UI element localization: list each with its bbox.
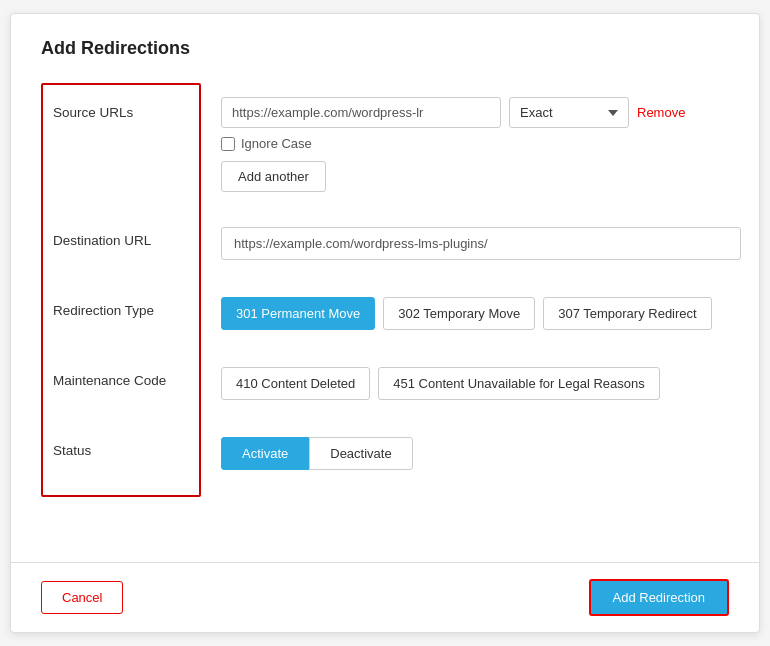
add-redirections-modal: Add Redirections Source URLs Destination… — [10, 13, 760, 633]
maintenance-code-field: 410 Content Deleted 451 Content Unavaila… — [221, 353, 741, 423]
modal-body: Add Redirections Source URLs Destination… — [11, 14, 759, 562]
redirection-type-label: Redirection Type — [43, 285, 199, 355]
redir-type-301[interactable]: 301 Permanent Move — [221, 297, 375, 330]
redir-type-307[interactable]: 307 Temporary Redirect — [543, 297, 712, 330]
ignore-case-checkbox[interactable] — [221, 137, 235, 151]
status-label: Status — [43, 425, 199, 495]
source-urls-field: Exact Regex Contains Remove Ignore Case … — [221, 83, 741, 213]
page-title: Add Redirections — [41, 38, 729, 59]
status-field: Activate Deactivate — [221, 423, 741, 493]
status-deactivate-button[interactable]: Deactivate — [309, 437, 412, 470]
destination-url-input[interactable] — [221, 227, 741, 260]
redir-type-302[interactable]: 302 Temporary Move — [383, 297, 535, 330]
maintenance-code-label: Maintenance Code — [43, 355, 199, 425]
add-another-button[interactable]: Add another — [221, 161, 326, 192]
form-fields-column: Exact Regex Contains Remove Ignore Case … — [201, 83, 741, 497]
ignore-case-label: Ignore Case — [241, 136, 312, 151]
modal-footer: Cancel Add Redirection — [11, 562, 759, 632]
redirection-type-field: 301 Permanent Move 302 Temporary Move 30… — [221, 283, 741, 353]
status-activate-button[interactable]: Activate — [221, 437, 309, 470]
ignore-case-row: Ignore Case — [221, 136, 312, 151]
remove-link[interactable]: Remove — [637, 105, 685, 120]
source-urls-label: Source URLs — [43, 85, 199, 215]
form-section: Source URLs Destination URL Redirection … — [41, 83, 729, 497]
destination-url-field — [221, 213, 741, 283]
add-redirection-button[interactable]: Add Redirection — [589, 579, 730, 616]
match-type-select[interactable]: Exact Regex Contains — [509, 97, 629, 128]
maintenance-code-buttons: 410 Content Deleted 451 Content Unavaila… — [221, 367, 660, 400]
form-labels-column: Source URLs Destination URL Redirection … — [41, 83, 201, 497]
source-url-input[interactable] — [221, 97, 501, 128]
cancel-button[interactable]: Cancel — [41, 581, 123, 614]
maint-code-410[interactable]: 410 Content Deleted — [221, 367, 370, 400]
redirection-type-buttons: 301 Permanent Move 302 Temporary Move 30… — [221, 297, 712, 330]
destination-url-label: Destination URL — [43, 215, 199, 285]
maint-code-451[interactable]: 451 Content Unavailable for Legal Reason… — [378, 367, 660, 400]
status-buttons: Activate Deactivate — [221, 437, 413, 470]
source-url-input-row: Exact Regex Contains Remove — [221, 97, 685, 128]
